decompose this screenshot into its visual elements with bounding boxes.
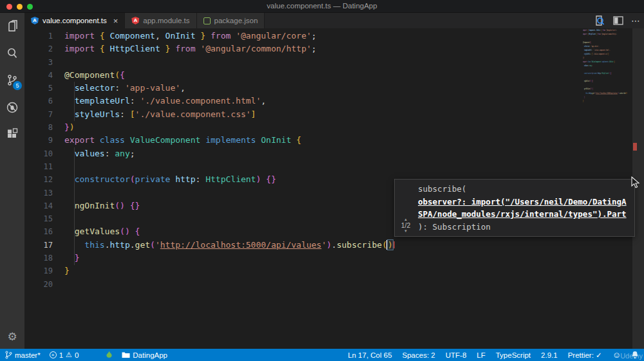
line-number: 3 [24,56,53,69]
line-content [53,160,64,173]
code-token: : [115,83,125,93]
code-token: } [75,253,80,263]
code-token: any [115,149,129,158]
line-number: 14 [24,199,53,212]
code-token: { [100,44,105,53]
extensions-icon[interactable] [0,124,24,145]
editor-tab[interactable]: package.json [197,13,265,28]
code-line[interactable]: 9export class ValueComponent implements … [24,134,644,147]
code-token: { [296,135,301,145]
code-token: {} [130,201,140,210]
close-icon[interactable]: × [113,16,118,26]
code-token: ) [70,122,75,132]
search-icon[interactable] [0,42,24,64]
code-token [64,83,75,93]
status-right: Ln 17, Col 65 Spaces: 2 UTF-8 LF TypeScr… [337,349,639,361]
code-token: selector [75,83,115,93]
debug-icon[interactable] [0,97,24,118]
ts-version[interactable]: 2.9.1 [541,351,558,359]
code-line[interactable]: 18 } [24,252,644,264]
feedback-smiley-icon[interactable]: ☺ [612,350,621,360]
code-token: Component [109,31,155,41]
line-number: 5 [24,82,53,95]
code-token: templateUrl [75,96,130,106]
code-line[interactable]: 8}) [24,121,644,134]
code-token: values [75,149,105,158]
code-token: () [115,201,125,210]
warning-icon: ⚠ [66,351,72,358]
line-number: 1 [24,30,53,42]
code-line[interactable]: 1import { Component, OnInit } from '@ang… [24,30,644,42]
code-token: , [155,31,166,41]
code-line[interactable]: 2import { HttpClient } from '@angular/co… [24,42,644,55]
tab-strip: Avalue.component.ts×Aapp.module.tspackag… [24,13,644,28]
tab-label: value.component.ts [43,17,107,24]
signature-param-line-2: SPA/node_modules/rxjs/internal/types").P… [418,208,630,221]
line-content: } [53,264,70,277]
line-content: getValues() { [53,225,140,238]
code-token: () [120,227,130,236]
code-token: ; [130,149,135,158]
explorer-icon[interactable] [0,15,24,37]
split-editor-icon[interactable] [613,16,623,25]
signature-count: 1/2 [397,221,414,229]
code-token: ValueComponent [130,135,201,145]
code-token [64,253,75,263]
line-number: 19 [24,264,53,277]
prettier-status[interactable]: Prettier: ✓ [568,351,602,360]
source-control-icon[interactable]: 5 [0,69,24,91]
flame-icon[interactable] [106,351,113,359]
code-token: getValues [75,227,120,236]
language-mode[interactable]: TypeScript [496,351,531,359]
status-bar: master* × 1 ⚠ 0 DatingApp Ln 17, Col 65 … [0,349,644,361]
tab-label: package.json [214,17,258,24]
indentation[interactable]: Spaces: 2 [402,351,435,359]
activity-bar: 5 ⚙ [0,13,24,349]
code-line[interactable]: 17 this.http.get('http://localhost:5000/… [24,239,644,252]
line-number: 15 [24,212,53,225]
settings-gear-icon[interactable]: ⚙ [0,326,24,347]
editor-tab[interactable]: Avalue.component.ts× [24,13,125,28]
line-number: 11 [24,160,53,173]
code-token: from [175,44,195,53]
cursor-position[interactable]: Ln 17, Col 65 [348,351,392,359]
chevron-down-icon[interactable]: ▼ [397,229,414,233]
tab-bar: Avalue.component.ts×Aapp.module.tspackag… [24,13,644,28]
line-content: }) [53,121,75,134]
code-token [64,227,75,236]
code-line[interactable]: 19} [24,264,644,277]
code-token: ) [327,240,332,250]
code-lines: 1import { Component, OnInit } from '@ang… [24,30,644,291]
code-line[interactable]: 3 [24,56,644,69]
signature-open: subscribe( [418,183,630,196]
editor-tab[interactable]: Aapp.module.ts [125,13,196,28]
more-actions-icon[interactable]: ⋯ [631,17,640,24]
code-line[interactable]: 5 selector: 'app-value', [24,82,644,95]
code-line[interactable]: 6 templateUrl: './value.component.html', [24,95,644,107]
code-token: styleUrls [75,109,120,119]
code-token: } [64,266,70,275]
branch-name: master* [15,351,41,359]
indent-guide [74,82,75,121]
signature-pager[interactable]: ▲ 1/2 ▼ [397,218,414,233]
code-line[interactable]: 10 values: any; [24,147,644,160]
eol-sequence[interactable]: LF [477,351,485,359]
code-token: export [64,135,95,145]
line-content [53,212,64,225]
code-line[interactable]: 4@Component({ [24,69,644,82]
code-token [95,135,100,145]
code-line[interactable]: 7 styleUrls: ['./value.component.css'] [24,108,644,121]
code-line[interactable]: 11 [24,160,644,173]
folder-item[interactable]: DatingApp [122,351,167,359]
open-preview-icon[interactable] [594,15,605,26]
code-token: : [105,149,115,158]
video-watermark: Udemy [620,352,643,360]
problems-item[interactable]: × 1 ⚠ 0 [50,351,79,359]
code-token: [ [130,109,135,119]
encoding[interactable]: UTF-8 [446,351,467,359]
minimap[interactable]: import { Component, OnInit } from '@angu… [583,28,630,112]
code-token: http [175,174,195,184]
status-left: master* × 1 ⚠ 0 DatingApp [5,349,176,361]
git-branch-item[interactable]: master* [5,351,41,359]
code-line[interactable]: 20 [24,278,644,291]
